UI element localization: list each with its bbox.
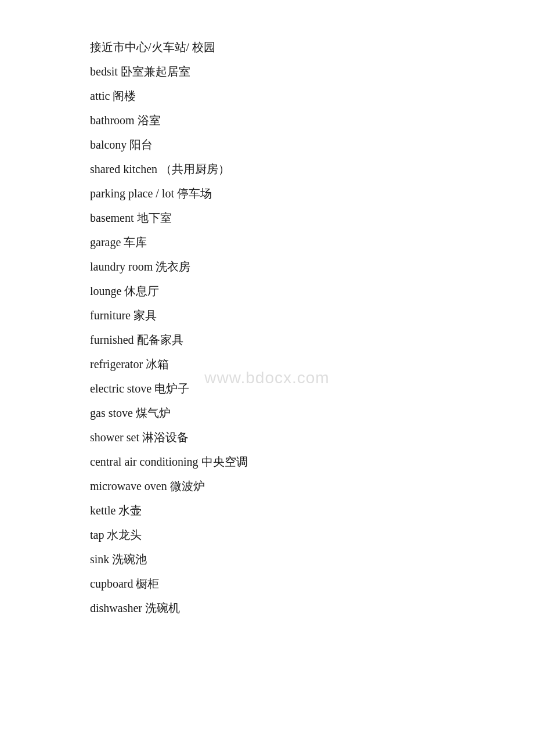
vocab-english: microwave oven bbox=[90, 480, 170, 492]
vocab-item: lounge 休息厅 bbox=[90, 279, 444, 303]
vocab-item: parking place / lot 停车场 bbox=[90, 181, 444, 206]
vocab-chinese: 电炉子 bbox=[154, 382, 189, 395]
vocab-english: cupboard bbox=[90, 577, 136, 590]
vocab-english: refrigerator bbox=[90, 358, 146, 370]
vocab-english: dishwasher bbox=[90, 602, 145, 614]
vocab-chinese: 水龙头 bbox=[107, 528, 142, 541]
vocab-chinese: 浴室 bbox=[138, 114, 161, 127]
vocab-chinese: 橱柜 bbox=[136, 577, 159, 590]
vocab-item: 接近市中心/火车站/ 校园 bbox=[90, 35, 444, 59]
vocab-item: furniture 家具 bbox=[90, 303, 444, 327]
vocab-item: electric stove 电炉子 bbox=[90, 376, 444, 401]
vocab-english: kettle bbox=[90, 504, 118, 517]
vocab-english: shared kitchen bbox=[90, 163, 160, 175]
vocab-chinese: 卧室兼起居室 bbox=[121, 65, 190, 78]
vocab-chinese: 车库 bbox=[124, 236, 147, 249]
vocab-english: tap bbox=[90, 528, 107, 541]
vocab-chinese: 煤气炉 bbox=[136, 406, 171, 419]
vocab-chinese: 配备家具 bbox=[137, 333, 183, 346]
vocab-item: bedsit 卧室兼起居室 bbox=[90, 59, 444, 84]
vocab-item: basement 地下室 bbox=[90, 206, 444, 230]
vocab-item: refrigerator 冰箱 bbox=[90, 352, 444, 376]
vocab-chinese: 微波炉 bbox=[170, 480, 205, 492]
vocab-item: microwave oven 微波炉 bbox=[90, 474, 444, 498]
vocab-item: gas stove 煤气炉 bbox=[90, 401, 444, 425]
vocab-english: basement bbox=[90, 211, 137, 224]
vocab-chinese: （共用厨房） bbox=[160, 163, 230, 175]
vocab-english: central air conditioning bbox=[90, 455, 201, 468]
vocab-chinese: 中央空调 bbox=[201, 455, 248, 468]
vocab-chinese: 冰箱 bbox=[146, 358, 169, 370]
vocab-english: garage bbox=[90, 236, 124, 249]
vocab-english: sink bbox=[90, 553, 112, 566]
vocab-item: tap 水龙头 bbox=[90, 523, 444, 547]
vocab-item: attic 阁楼 bbox=[90, 84, 444, 108]
vocab-item: cupboard 橱柜 bbox=[90, 571, 444, 596]
vocab-item: shared kitchen （共用厨房） bbox=[90, 157, 444, 181]
vocab-chinese: 家具 bbox=[134, 309, 157, 322]
vocab-english: electric stove bbox=[90, 382, 154, 395]
vocab-list: 接近市中心/火车站/ 校园bedsit 卧室兼起居室attic 阁楼bathro… bbox=[90, 35, 444, 620]
vocab-item: garage 车库 bbox=[90, 230, 444, 254]
vocab-chinese: 休息厅 bbox=[124, 285, 159, 297]
vocab-english: lounge bbox=[90, 285, 124, 297]
vocab-item: furnished 配备家具 bbox=[90, 327, 444, 352]
vocab-chinese: 洗衣房 bbox=[156, 260, 190, 273]
vocab-chinese: 阳台 bbox=[129, 138, 153, 151]
vocab-english: parking place / lot bbox=[90, 187, 177, 200]
vocab-chinese: 水壶 bbox=[118, 504, 142, 517]
vocab-english: bathroom bbox=[90, 114, 138, 127]
vocab-english: bedsit bbox=[90, 65, 121, 78]
vocab-chinese: 阁楼 bbox=[113, 89, 136, 102]
vocab-chinese: 洗碗机 bbox=[145, 602, 180, 614]
vocab-chinese: 地下室 bbox=[137, 211, 172, 224]
vocab-english: attic bbox=[90, 89, 113, 102]
vocab-item: laundry room 洗衣房 bbox=[90, 254, 444, 279]
vocab-chinese: 洗碗池 bbox=[112, 553, 147, 566]
vocab-english: balcony bbox=[90, 138, 129, 151]
vocab-chinese: 停车场 bbox=[177, 187, 212, 200]
vocab-english: shower set bbox=[90, 431, 142, 444]
vocab-item: shower set 淋浴设备 bbox=[90, 425, 444, 449]
vocab-item: sink 洗碗池 bbox=[90, 547, 444, 571]
vocab-item: balcony 阳台 bbox=[90, 132, 444, 157]
vocab-item: dishwasher 洗碗机 bbox=[90, 596, 444, 620]
vocab-english: laundry room bbox=[90, 260, 156, 273]
vocab-english: furniture bbox=[90, 309, 134, 322]
vocab-item: kettle 水壶 bbox=[90, 498, 444, 523]
vocab-chinese: 淋浴设备 bbox=[142, 431, 189, 444]
vocab-item: central air conditioning 中央空调 bbox=[90, 449, 444, 474]
vocab-item: bathroom 浴室 bbox=[90, 108, 444, 132]
vocab-english: gas stove bbox=[90, 406, 136, 419]
vocab-chinese: 接近市中心/火车站/ 校园 bbox=[90, 41, 215, 53]
vocab-english: furnished bbox=[90, 333, 137, 346]
